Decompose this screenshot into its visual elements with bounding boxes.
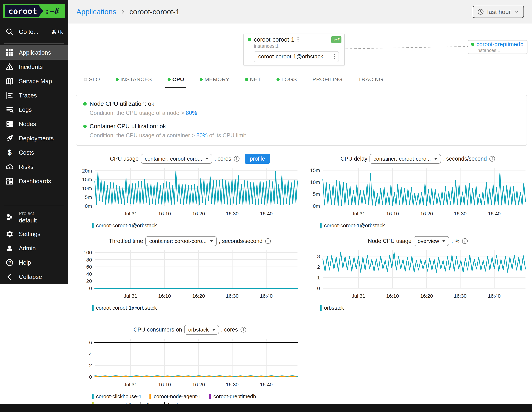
legend-item[interactable]: coroot-node-agent-1 <box>150 393 201 400</box>
sidebar-item-costs[interactable]: $ Costs <box>0 145 68 160</box>
dropdown-caret-icon <box>212 329 215 331</box>
svg-text:1: 1 <box>317 275 320 281</box>
kebab-menu-icon[interactable] <box>297 36 299 43</box>
slo-status-dot <box>84 78 87 81</box>
svg-text:3: 3 <box>317 253 320 259</box>
chart-legend: orbstack <box>320 305 528 311</box>
person-icon <box>5 244 14 253</box>
tab-net[interactable]: NET <box>243 73 263 88</box>
app-instances-count: instances:1 <box>254 43 342 49</box>
svg-text:60: 60 <box>86 264 92 270</box>
tab-slo[interactable]: SLO <box>82 73 102 88</box>
upstream-app-link[interactable]: coroot-greptimedb <box>476 41 523 47</box>
sidebar-item-label: Costs <box>19 149 34 156</box>
check-title: Node CPU utilization: ok <box>90 100 154 107</box>
breadcrumb-applications-link[interactable]: Applications <box>76 8 116 16</box>
node-selector-dropdown[interactable]: orbstack <box>184 325 219 335</box>
instance-name: coroot-coroot-1@orbstack <box>258 53 323 60</box>
sidebar-item-service-map[interactable]: Service Map <box>0 74 68 88</box>
sidebar-item-label: Settings <box>19 231 40 237</box>
svg-text:16:10: 16:10 <box>386 211 399 216</box>
legend-color-bar <box>92 223 94 228</box>
selector-value: overview <box>418 238 439 244</box>
svg-text:10m: 10m <box>82 186 92 191</box>
sidebar-collapse-button[interactable]: Collapse <box>0 270 68 284</box>
sidebar-item-admin[interactable]: Admin <box>0 241 68 255</box>
series-selector-dropdown[interactable]: container: coroot-coro... <box>370 154 441 164</box>
sidebar-item-settings[interactable]: Settings <box>0 227 68 241</box>
legend-item[interactable]: orbstack <box>320 305 344 311</box>
svg-text:16:10: 16:10 <box>158 382 171 387</box>
svg-text:16:10: 16:10 <box>158 293 171 299</box>
cpu-usage-plot[interactable]: 0m5m10m15m20mJul 3116:1016:2016:3016:40 <box>76 166 300 220</box>
profile-button[interactable]: profile <box>245 154 270 164</box>
series-selector-dropdown[interactable]: overview <box>414 236 449 246</box>
kebab-menu-icon[interactable] <box>333 53 336 60</box>
gear-icon <box>5 230 14 238</box>
sidebar-item-dashboards[interactable]: Dashboards <box>0 174 68 188</box>
sidebar-nav: Applications Incidents Service Map Trace… <box>0 45 68 188</box>
tab-memory[interactable]: MEMORY <box>197 73 231 88</box>
search-icon <box>5 28 14 36</box>
threshold-link[interactable]: 80% <box>186 110 197 116</box>
legend-item[interactable]: coroot-clickhouse-1 <box>92 393 142 400</box>
tab-instances[interactable]: INSTANCES <box>114 73 154 88</box>
info-icon[interactable] <box>265 238 271 244</box>
legend-item[interactable]: coroot-greptimedb <box>209 393 256 400</box>
tab-profiling[interactable]: PROFILING <box>310 73 345 88</box>
tab-cpu[interactable]: CPU <box>165 73 186 88</box>
threshold-link[interactable]: 80% <box>196 132 208 139</box>
info-icon[interactable] <box>233 156 240 162</box>
sidebar-item-nodes[interactable]: Nodes <box>0 117 68 131</box>
project-label: Project <box>19 211 37 216</box>
chart-title-row: Throttled time container: coroot-coro...… <box>76 235 304 247</box>
chart-legend: coroot-coroot-1@orbstack <box>92 223 300 229</box>
sidebar-item-applications[interactable]: Applications <box>0 45 68 60</box>
goto-search[interactable]: Go to... ⌘+k <box>0 24 68 39</box>
storm-cloud-icon <box>5 163 14 171</box>
instance-coroot-coroot-1-orbstack[interactable]: coroot-coroot-1@orbstack <box>254 51 339 62</box>
sidebar-item-logs[interactable]: Logs <box>0 103 68 117</box>
sidebar-item-label: Risks <box>19 163 33 170</box>
svg-text:?: ? <box>8 260 11 265</box>
info-icon[interactable] <box>489 156 495 162</box>
series-selector-dropdown[interactable]: container: coroot-coro... <box>141 154 212 164</box>
project-switcher[interactable]: Project default <box>0 208 68 227</box>
sidebar-item-risks[interactable]: Risks <box>0 160 68 174</box>
coroot-logo[interactable]: coroot :~# <box>3 4 65 18</box>
dropdown-caret-icon <box>442 240 446 242</box>
sidebar-item-label: Admin <box>19 245 36 252</box>
legend-item[interactable]: coroot-coroot-1@orbstack <box>92 305 157 311</box>
cpu-delay-plot[interactable]: 0m5m10m15mJul 3116:1016:2016:3016:40 <box>304 166 528 220</box>
legend-item[interactable]: coroot-coroot-1@orbstack <box>92 223 157 229</box>
chart-title: Node CPU usage <box>368 238 411 244</box>
sidebar-item-incidents[interactable]: Incidents <box>0 60 68 74</box>
report-tabs: SLO INSTANCES CPU MEMORY NET LOGS PROFIL… <box>82 73 385 88</box>
info-icon[interactable] <box>462 238 468 244</box>
cpu-consumers-plot[interactable]: 0246Jul 3116:1016:2016:3016:40 <box>76 337 300 391</box>
time-range-picker[interactable]: last hour <box>473 6 524 18</box>
dropdown-caret-icon <box>434 158 437 160</box>
svg-text:10m: 10m <box>310 179 320 185</box>
dropdown-caret-icon <box>210 240 213 242</box>
tab-tracing[interactable]: TRACING <box>356 73 385 88</box>
chart-cpu-consumers: CPU consumers on orbstack , cores 0246Ju… <box>76 324 304 408</box>
svg-text:2: 2 <box>317 264 320 270</box>
svg-text:16:40: 16:40 <box>260 382 273 387</box>
throttled-time-plot[interactable]: 020406080100Jul 3116:1016:2016:3016:40 <box>76 248 300 302</box>
chart-title: CPU usage <box>110 156 139 162</box>
sidebar: coroot :~# Go to... ⌘+k Applications Inc… <box>0 0 68 284</box>
time-range-label: last hour <box>487 8 511 15</box>
svg-text:$: $ <box>8 149 12 157</box>
app-card-coroot-greptimedb[interactable]: coroot-greptimedb instances:1 <box>468 40 527 54</box>
tab-logs[interactable]: LOGS <box>274 73 299 88</box>
sidebar-item-help[interactable]: ? Help <box>0 255 68 270</box>
info-icon[interactable] <box>240 327 247 333</box>
node-cpu-usage-plot[interactable]: 0123Jul 3116:1016:2016:3016:40 <box>304 248 528 302</box>
legend-item[interactable]: coroot-coroot-1@orbstack <box>320 223 385 229</box>
sidebar-item-traces[interactable]: Traces <box>0 88 68 103</box>
app-card-coroot-coroot-1[interactable]: coroot-coroot-1 :~# instances:1 coroot-c… <box>243 34 345 66</box>
app-name: coroot-coroot-1 <box>254 36 294 43</box>
series-selector-dropdown[interactable]: container: coroot-coro... <box>145 236 217 246</box>
sidebar-item-deployments[interactable]: Deployments <box>0 131 68 145</box>
